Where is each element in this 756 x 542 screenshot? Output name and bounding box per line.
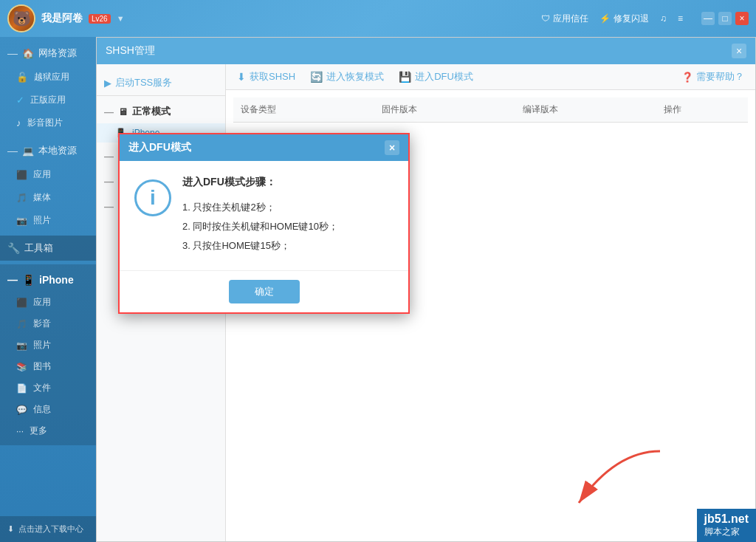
- help-button[interactable]: ❓ 需要帮助？: [681, 70, 744, 83]
- iphone-more-icon: ···: [16, 426, 24, 436]
- maximize-button[interactable]: □: [718, 12, 732, 25]
- screen-icon: 🖥: [118, 106, 128, 117]
- collapse-icon: —: [7, 47, 18, 59]
- sidebar-item-iphone-messages[interactable]: 💬 信息: [0, 399, 96, 420]
- user-info: 🐻 我是阿卷 Lv26 ▼: [7, 4, 125, 32]
- recovery-mode-icon: 🔄: [310, 71, 323, 83]
- sidebar-section-iphone: — 📱 iPhone ⬛ 应用 🎵 影音 📷 照片 📚: [0, 264, 96, 445]
- shsh-close-button[interactable]: ×: [732, 44, 746, 58]
- enter-recovery-button[interactable]: 🔄 进入恢复模式: [310, 70, 384, 83]
- dfu-close-button[interactable]: ×: [385, 140, 399, 155]
- collapse-icon: —: [7, 274, 18, 286]
- download-center-button[interactable]: ⬇ 点击进入下载中心: [0, 516, 96, 542]
- play-icon: ▶: [104, 78, 111, 89]
- dfu-content: i 进入DFU模式步骤： 1. 只按住关机键2秒； 2. 同时按住关机键和HOM…: [120, 161, 408, 270]
- watermark-site: jb51.net: [704, 512, 749, 526]
- sidebar-item-iphone-books[interactable]: 📚 图书: [0, 356, 96, 377]
- sidebar-header-network[interactable]: — 🏠 网络资源: [0, 41, 96, 66]
- music-icon: ♫: [660, 13, 667, 24]
- shield-icon: 🛡: [541, 13, 550, 24]
- minimize-button[interactable]: —: [701, 12, 715, 25]
- sidebar-item-local-apps[interactable]: ⬛ 应用: [0, 163, 96, 186]
- download-icon2: ⬇: [237, 71, 246, 83]
- download-icon: ⬇: [7, 524, 14, 534]
- minus-icon: —: [104, 106, 114, 117]
- dfu-step-3: 3. 只按住HOME键15秒；: [182, 236, 394, 255]
- sidebar-item-iphone-video[interactable]: 🎵 影音: [0, 313, 96, 335]
- sidebar: — 🏠 网络资源 🔓 越狱应用 ✓ 正版应用 ♪ 影音图片 — 💻 本地资: [0, 37, 96, 542]
- dfu-step-2: 2. 同时按住关机键和HOME键10秒；: [182, 217, 394, 236]
- shsh-table: 设备类型 固件版本 编译版本 操作: [233, 97, 748, 123]
- main-layout: — 🏠 网络资源 🔓 越狱应用 ✓ 正版应用 ♪ 影音图片 — 💻 本地资: [0, 37, 756, 542]
- sidebar-header-iphone[interactable]: — 📱 iPhone: [0, 268, 96, 292]
- question-icon: ❓: [681, 72, 693, 83]
- shsh-top-bar: ⬇ 获取SHSH 🔄 进入恢复模式 💾 进入DFU模式 ❓: [226, 64, 755, 90]
- jailbreak-icon: 🔓: [16, 72, 28, 83]
- dfu-modal: 进入DFU模式 × i 进入DFU模式步骤： 1. 只按住关机键2秒； 2. 同…: [118, 133, 410, 314]
- music-button[interactable]: ♫: [660, 13, 667, 24]
- home-icon: 🏠: [22, 48, 34, 59]
- toolbox-icon: 🔧: [7, 242, 20, 254]
- dfu-titlebar: 进入DFU模式 ×: [120, 134, 408, 161]
- dfu-step-1: 1. 只按住关机键2秒；: [182, 198, 394, 217]
- tss-service-button[interactable]: ▶ 启动TSS服务: [104, 76, 218, 89]
- dfu-steps: 进入DFU模式步骤： 1. 只按住关机键2秒； 2. 同时按住关机键和HOME键…: [182, 176, 394, 255]
- sidebar-item-iphone-more[interactable]: ··· 更多: [0, 420, 96, 442]
- official-icon: ✓: [16, 95, 24, 106]
- iphone-video-icon: 🎵: [16, 319, 27, 329]
- sidebar-header-toolbox[interactable]: 🔧 工具箱: [0, 236, 96, 261]
- content-area: SHSH管理 × ▶ 启动TSS服务 —: [96, 37, 756, 542]
- dfu-confirm-button[interactable]: 确定: [229, 280, 300, 303]
- sidebar-item-iphone-photos[interactable]: 📷 照片: [0, 335, 96, 356]
- iphone-sub-items: ⬛ 应用 🎵 影音 📷 照片 📚 图书 📄 文件: [0, 292, 96, 442]
- dfu-steps-title: 进入DFU模式步骤：: [182, 176, 394, 189]
- minus-icon2: —: [104, 151, 114, 162]
- sidebar-section-local: — 💻 本地资源 ⬛ 应用 🎵 媒体 📷 照片: [0, 138, 96, 232]
- user-level: Lv26: [89, 14, 111, 24]
- sidebar-item-jailbreak[interactable]: 🔓 越狱应用: [0, 66, 96, 89]
- titlebar: 🐻 我是阿卷 Lv26 ▼ 🛡 应用信任 ⚡ 修复闪退 ♫ ≡ — □ ×: [0, 0, 756, 37]
- sidebar-header-local[interactable]: — 💻 本地资源: [0, 138, 96, 163]
- iphone-photos-icon: 📷: [16, 340, 27, 351]
- repair-button[interactable]: ⚡ 修复闪退: [599, 13, 649, 25]
- signal-button[interactable]: ≡: [678, 13, 683, 24]
- username: 我是阿卷: [41, 12, 83, 25]
- col-action: 操作: [656, 97, 748, 123]
- lightning-icon: ⚡: [599, 13, 611, 24]
- media-icon: ♪: [16, 117, 21, 128]
- close-button[interactable]: ×: [735, 12, 749, 25]
- enter-dfu-button[interactable]: 💾 进入DFU模式: [399, 70, 473, 83]
- minus-icon3: —: [104, 176, 114, 187]
- dropdown-icon[interactable]: ▼: [117, 14, 125, 23]
- col-device-type: 设备类型: [233, 97, 374, 123]
- sidebar-item-local-media[interactable]: 🎵 媒体: [0, 186, 96, 209]
- iphone-messages-icon: 💬: [16, 405, 27, 415]
- iphone-books-icon: 📚: [16, 362, 27, 372]
- iphone-files-icon: 📄: [16, 383, 27, 394]
- avatar: 🐻: [7, 4, 35, 32]
- sidebar-item-media[interactable]: ♪ 影音图片: [0, 112, 96, 134]
- sidebar-item-iphone-files[interactable]: 📄 文件: [0, 377, 96, 399]
- watermark: jb51.net 脚本之家: [697, 509, 756, 542]
- info-icon: i: [134, 179, 171, 216]
- shsh-titlebar: SHSH管理 ×: [97, 38, 755, 64]
- dfu-mode-icon: 💾: [399, 71, 411, 83]
- shsh-sidebar-toolbar: ▶ 启动TSS服务: [97, 70, 225, 96]
- computer-icon: 💻: [22, 145, 34, 157]
- sidebar-section-toolbox: 🔧 工具箱: [0, 236, 96, 261]
- sidebar-item-official[interactable]: ✓ 正版应用: [0, 89, 96, 112]
- window-controls: — □ ×: [701, 12, 749, 25]
- dfu-footer: 确定: [120, 270, 408, 312]
- shsh-title: SHSH管理: [106, 44, 155, 58]
- dfu-steps-list: 1. 只按住关机键2秒； 2. 同时按住关机键和HOME键10秒； 3. 只按住…: [182, 198, 394, 255]
- sidebar-section-network: — 🏠 网络资源 🔓 越狱应用 ✓ 正版应用 ♪ 影音图片: [0, 41, 96, 134]
- sidebar-item-local-photos[interactable]: 📷 照片: [0, 209, 96, 232]
- sidebar-item-iphone-apps[interactable]: ⬛ 应用: [0, 292, 96, 313]
- get-shsh-button[interactable]: ⬇ 获取SHSH: [237, 70, 295, 83]
- collapse-icon: —: [7, 145, 18, 157]
- iphone-icon: 📱: [22, 274, 35, 286]
- minus-icon4: —: [104, 201, 114, 212]
- shsh-normal-mode-header[interactable]: — 🖥 正常模式: [97, 100, 225, 123]
- trust-button[interactable]: 🛡 应用信任: [541, 13, 588, 25]
- watermark-label: 脚本之家: [704, 526, 749, 538]
